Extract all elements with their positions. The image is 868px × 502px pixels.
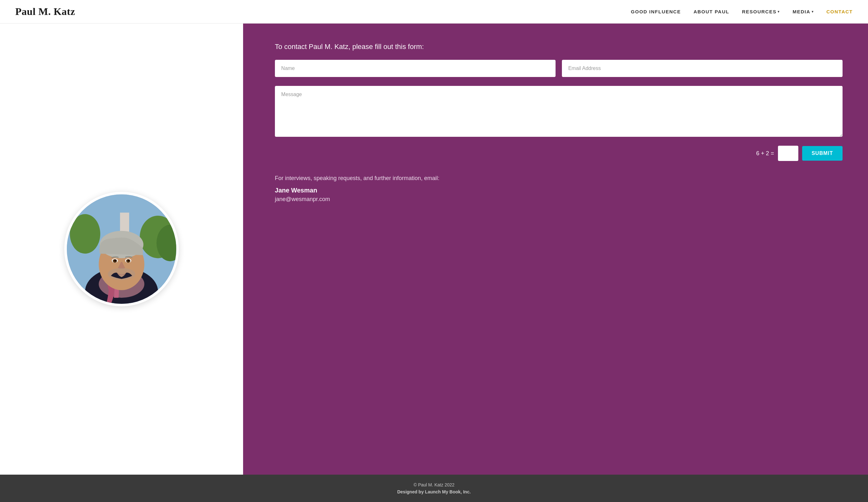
svg-point-3 — [70, 214, 100, 253]
captcha-input[interactable] — [778, 146, 798, 161]
contact-info-text: For interviews, speaking requests, and f… — [275, 175, 843, 182]
captcha-submit-row: 6 + 2 = SUBMIT — [275, 146, 843, 161]
site-header: Paul M. Katz GOOD INFLUENCE ABOUT PAUL R… — [0, 0, 868, 23]
name-input[interactable] — [275, 60, 556, 77]
resources-chevron-icon: ▾ — [778, 10, 780, 13]
site-title: Paul M. Katz — [15, 6, 75, 18]
email-input[interactable] — [562, 60, 843, 77]
portrait-svg — [67, 195, 176, 304]
main-nav: GOOD INFLUENCE ABOUT PAUL RESOURCES ▾ ME… — [631, 9, 853, 14]
svg-point-14 — [114, 260, 116, 261]
nav-about-paul[interactable]: ABOUT PAUL — [694, 9, 729, 14]
portrait-circle — [64, 192, 179, 306]
site-footer: © Paul M. Katz 2022 Designed by Launch M… — [0, 475, 868, 502]
nav-contact[interactable]: CONTACT — [826, 9, 853, 14]
main-content: To contact Paul M. Katz, please fill out… — [0, 23, 868, 475]
svg-point-15 — [127, 260, 130, 261]
message-textarea[interactable] — [275, 86, 843, 137]
contact-info-section: For interviews, speaking requests, and f… — [275, 175, 843, 203]
left-panel — [0, 23, 243, 475]
submit-button[interactable]: SUBMIT — [802, 146, 843, 161]
nav-good-influence[interactable]: GOOD INFLUENCE — [631, 9, 681, 14]
footer-designed-by: Designed by Launch My Book, Inc. — [8, 489, 860, 494]
footer-copyright: © Paul M. Katz 2022 — [8, 482, 860, 487]
captcha-label: 6 + 2 = — [756, 150, 774, 157]
right-panel: To contact Paul M. Katz, please fill out… — [243, 23, 868, 475]
media-chevron-icon: ▾ — [812, 10, 814, 13]
contact-name: Jane Wesman — [275, 187, 843, 194]
form-title: To contact Paul M. Katz, please fill out… — [275, 43, 843, 51]
nav-media[interactable]: MEDIA ▾ — [793, 9, 814, 14]
nav-resources[interactable]: RESOURCES ▾ — [742, 9, 780, 14]
contact-email: jane@wesmanpr.com — [275, 196, 843, 203]
name-email-row — [275, 60, 843, 77]
